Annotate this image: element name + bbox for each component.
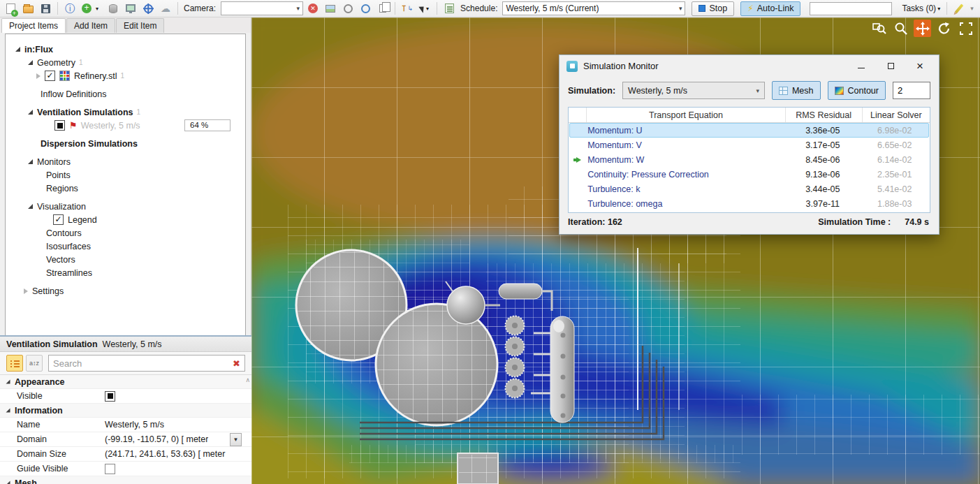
tree-item-influx[interactable]: in:Flux <box>6 43 245 56</box>
zoom-window-button[interactable] <box>870 20 888 37</box>
prop-value[interactable]: (-99.19, -110.57, 0) [ meters <box>105 434 208 444</box>
tree-label: Westerly, 5 m/s <box>81 121 140 131</box>
expander-icon[interactable] <box>6 380 10 384</box>
tree-item-points[interactable]: Points <box>6 168 245 182</box>
alphabetical-sort-button[interactable]: a↕z <box>26 355 43 372</box>
guide-visible-checkbox[interactable] <box>105 464 115 474</box>
schedule-icon-button[interactable] <box>441 1 457 16</box>
table-row[interactable]: Turbulence: k 3.44e-05 5.41e-02 <box>569 182 929 196</box>
tree-item-settings[interactable]: Settings <box>6 284 245 298</box>
table-row[interactable]: Turbulence: omega 3.97e-11 1.88e-03 <box>569 196 929 211</box>
network-button[interactable] <box>123 1 138 16</box>
simulation-select[interactable]: Westerly, 5 m/s ▾ <box>622 82 765 99</box>
minimize-button[interactable] <box>849 59 873 74</box>
prop-value[interactable]: Westerly, 5 m/s <box>105 420 251 430</box>
zoom-button[interactable] <box>892 20 909 37</box>
tree-item-regions[interactable]: Regions <box>6 182 245 195</box>
item-count: 1 <box>137 108 141 116</box>
add-item-button[interactable]: + ▾ <box>80 1 103 16</box>
categorized-view-button[interactable] <box>6 355 23 372</box>
reset-view-button[interactable] <box>340 1 356 16</box>
close-button[interactable]: × <box>908 59 932 74</box>
contour-toggle-button[interactable]: Contour <box>828 81 886 100</box>
tree-item-visualization[interactable]: Visualization <box>6 200 245 213</box>
collapsed-expander-icon[interactable] <box>36 73 41 79</box>
save-button[interactable] <box>38 1 53 16</box>
tree-item-dispersion-simulations[interactable]: Dispersion Simulations <box>6 137 245 150</box>
tree-item-vectors[interactable]: Vectors <box>6 253 245 266</box>
rotate-view-button[interactable] <box>935 20 953 37</box>
contour-level-input[interactable] <box>893 82 930 99</box>
tree-item-monitors[interactable]: Monitors <box>6 155 245 168</box>
expander-icon[interactable] <box>28 60 33 65</box>
expander-icon[interactable] <box>28 204 33 209</box>
tree-item-westerly[interactable]: ⚑ Westerly, 5 m/s 64 % <box>6 119 245 132</box>
table-row[interactable]: Continuity: Pressure Correction 9.13e-06… <box>569 167 929 182</box>
group-mesh[interactable]: Mesh <box>0 476 251 484</box>
tree-item-geometry[interactable]: Geometry 1 <box>6 56 245 69</box>
toolbar-overflow[interactable]: ▾ <box>970 5 974 12</box>
legend-checkbox[interactable] <box>53 214 64 225</box>
mesh-toggle-button[interactable]: Mesh <box>772 81 821 100</box>
col-transport-equation[interactable]: Transport Equation <box>586 108 784 122</box>
select-cursor-button[interactable]: ▾ <box>417 1 432 16</box>
col-rms-residual[interactable]: RMS Residual <box>785 108 862 122</box>
schedule-select[interactable]: Westerly, 5 m/s (Current)▾ <box>502 1 685 15</box>
edit-button[interactable] <box>951 1 967 16</box>
tree-item-refinery[interactable]: Refinery.stl 1 <box>6 69 245 82</box>
scroll-up-icon[interactable]: ∧ <box>245 376 250 383</box>
info-button[interactable]: ⓘ <box>62 1 78 16</box>
magnifier-icon <box>894 22 908 36</box>
autolink-button[interactable]: ⚡ Auto-Link <box>740 1 800 16</box>
delete-camera-button[interactable]: ✕ <box>305 1 321 16</box>
camera-select[interactable]: ▾ <box>221 1 303 15</box>
pan-button[interactable] <box>914 20 931 37</box>
table-row[interactable]: Momentum: U 3.36e-05 6.98e-02 <box>569 123 929 138</box>
prop-value[interactable]: (241.71, 241.61, 53.63) [ meter <box>105 449 251 459</box>
open-project-button[interactable] <box>20 1 36 16</box>
stop-button[interactable]: Stop <box>692 1 734 16</box>
expander-icon[interactable] <box>15 47 20 52</box>
expander-icon[interactable] <box>6 409 10 413</box>
cloud-button[interactable]: ☁ <box>158 1 173 16</box>
tree-item-ventilation-simulations[interactable]: Ventilation Simulations 1 <box>6 105 245 119</box>
cursor-icon <box>418 4 426 13</box>
copy-view-button[interactable] <box>375 1 390 16</box>
table-row[interactable]: Momentum: V 3.17e-05 6.65e-02 <box>569 138 929 152</box>
refinery-checkbox[interactable] <box>45 71 55 81</box>
westerly-checkbox[interactable] <box>54 120 65 131</box>
collapsed-expander-icon[interactable] <box>24 288 28 294</box>
tab-add-item[interactable]: Add Item <box>66 18 115 33</box>
expander-icon[interactable] <box>28 110 33 115</box>
tree-item-inflow-definitions[interactable]: Inflow Definitions <box>6 87 245 101</box>
domain-dropdown-button[interactable]: ▼ <box>230 433 242 446</box>
quick-field[interactable] <box>810 2 892 15</box>
tab-edit-item[interactable]: Edit Item <box>116 18 164 33</box>
snapshot-button[interactable] <box>323 1 338 16</box>
tab-project-items[interactable]: Project Items <box>1 18 66 33</box>
spherical-vessel <box>447 286 485 324</box>
table-row[interactable]: Momentum: W 8.45e-06 6.14e-02 <box>569 152 929 167</box>
tree-item-contours[interactable]: Contours <box>6 226 245 240</box>
transform-button[interactable]: ⊺↳ <box>400 1 415 16</box>
tree-item-streamlines[interactable]: Streamlines <box>6 266 245 279</box>
locate-button[interactable] <box>140 1 156 16</box>
group-information[interactable]: Information <box>0 404 251 418</box>
clear-search-icon[interactable]: ✖ <box>233 358 240 369</box>
expander-icon[interactable] <box>28 159 33 164</box>
rotate-icon <box>937 22 951 36</box>
new-project-button[interactable] <box>3 1 18 16</box>
tree-item-legend[interactable]: Legend <box>6 213 245 226</box>
visible-checkbox[interactable] <box>105 391 115 402</box>
tasks-button[interactable]: Tasks (0) ▾ <box>900 1 942 16</box>
expander-icon[interactable] <box>6 481 10 484</box>
group-appearance[interactable]: Appearance <box>0 375 251 389</box>
fit-view-button[interactable] <box>957 20 974 37</box>
database-button[interactable] <box>105 1 121 16</box>
tree-item-isosurfaces[interactable]: Isosurfaces <box>6 240 245 253</box>
dialog-titlebar[interactable]: Simulation Monitor × <box>560 55 939 77</box>
col-linear-solver[interactable]: Linear Solver <box>862 108 930 122</box>
orbit-button[interactable] <box>358 1 373 16</box>
maximize-button[interactable] <box>879 59 902 74</box>
search-input[interactable] <box>53 358 233 369</box>
